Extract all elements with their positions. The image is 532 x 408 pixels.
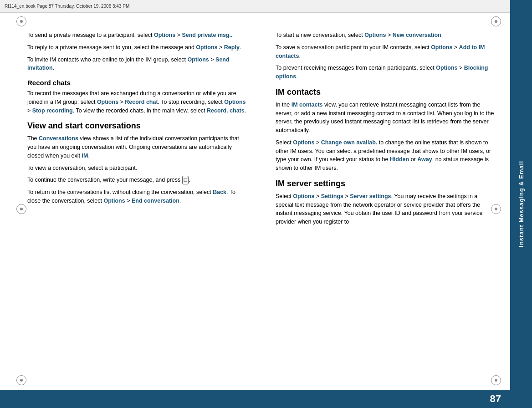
link-options-11: Options [293,193,314,199]
bottom-bar: 87 [0,390,510,408]
link-end-conversation: End conversation [132,198,179,204]
col-left: To send a private message to a participa… [0,31,262,381]
sidebar-label: Instant Messaging & Email [518,161,525,247]
heading-im-contacts: IM contacts [276,87,496,97]
para-invite: To invite IM contacts who are online to … [27,56,248,73]
heading-view-start-conversations: View and start conversations [27,121,248,131]
link-away: Away [417,156,432,163]
link-send-private-msg: Send private msg.. [182,32,232,38]
link-options-4: Options [97,99,118,105]
link-im-1: IM [82,153,88,159]
link-im-contacts: IM contacts [292,102,323,108]
link-record-chats: Record. chats [207,107,245,114]
heading-record-chats: Record chats [27,79,248,87]
heading-im-server-settings: IM server settings [276,179,496,189]
para-return-conversation: To return to the conversations list with… [27,188,248,205]
para-im-contacts-view: In the IM contacts view, you can retriev… [276,101,496,135]
link-back: Back [213,189,226,195]
link-options-10: Options [293,139,314,146]
link-options-9: Options [436,65,457,71]
key-button: □ [182,176,189,184]
para-save-participant: To save a conversation participant to yo… [276,43,496,61]
link-options-6: Options [103,198,125,204]
link-conversations: Conversations [39,135,78,142]
para-conversations-view: The Conversations view shows a list of t… [27,134,248,160]
link-hidden: Hidden [390,156,409,163]
link-stop-recording: Stop recording [32,107,73,114]
col-right: To start a new conversation, select Opti… [262,31,510,381]
link-options-2: Options [196,44,217,51]
link-add-im-contacts: Add to IM contacts [276,44,485,59]
page-number: 87 [490,393,501,405]
para-change-availab: Select Options > Change own availab. to … [276,138,496,173]
para-new-conversation: To start a new conversation, select Opti… [276,31,496,40]
header-text: RI114_en.book Page 87 Thursday, October … [5,4,129,9]
para-server-settings: Select Options > Settings > Server setti… [276,192,496,226]
para-view-conversation: To view a conversation, select a partici… [27,164,248,173]
para-continue-conversation: To continue the conversation, write your… [27,176,248,184]
link-settings: Settings [321,193,343,199]
header-bar: RI114_en.book Page 87 Thursday, October … [0,0,532,13]
link-options-5: Options [224,99,246,105]
para-record-chats: To record the messages that are exchange… [27,89,248,115]
para-send-private: To send a private message to a participa… [27,31,248,40]
link-reply: Reply [224,44,240,51]
link-options-7: Options [364,32,386,38]
link-options-3: Options [188,56,209,63]
main-content: To send a private message to a participa… [0,13,510,390]
link-change-availab: Change own availab. [321,139,378,146]
para-blocking: To prevent receiving messages from certa… [276,64,496,81]
link-new-conversation: New conversation [393,32,441,38]
link-server-settings: Server settings [350,193,391,199]
link-options-8: Options [431,44,452,51]
link-record-chat: Record chat [125,99,158,105]
link-options-1: Options [154,32,175,38]
right-sidebar: Instant Messaging & Email [510,0,532,408]
para-reply: To reply to a private message sent to yo… [27,43,248,52]
